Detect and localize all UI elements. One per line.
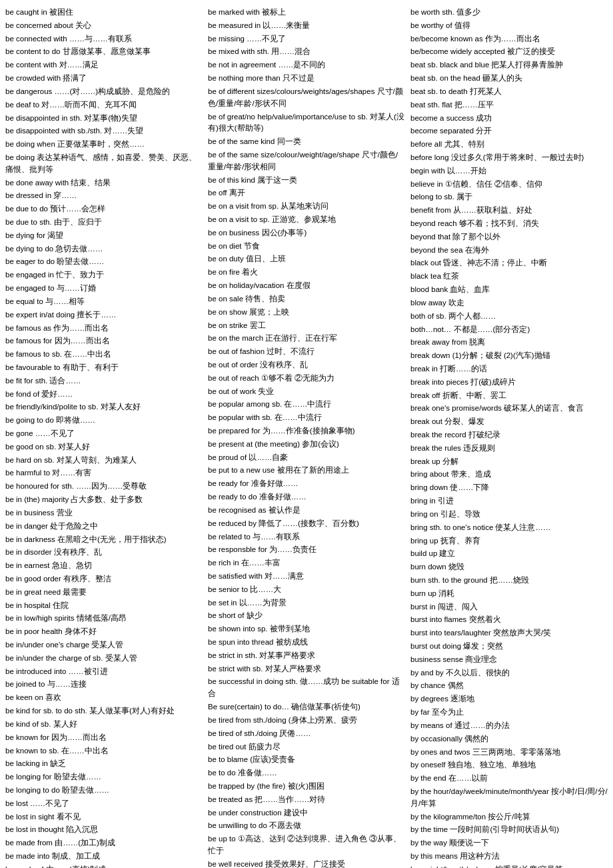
list-item: business sense 商业理念: [410, 654, 608, 666]
list-item: be favourable to 有助于、有利于: [5, 362, 203, 374]
list-item: be in great need 最需要: [5, 587, 203, 599]
list-item: be out of fashion 过时、不流行: [208, 346, 405, 358]
list-item: bring sth. to one's notice 使某人注意……: [410, 522, 608, 534]
list-item: by chance 偶然: [410, 680, 608, 692]
list-item: be prepared for 为……作准备(接抽象事物): [208, 425, 405, 437]
list-item: bring on 引起、导致: [410, 509, 608, 521]
list-item: be good on sb. 对某人好: [5, 441, 203, 453]
list-item: break away from 脱离: [410, 337, 608, 349]
list-item: be dying to do 急切去做……: [5, 243, 203, 255]
list-item: be on the march 正在游行、正在行军: [208, 333, 405, 345]
list-item: be due to sth. 由于、应归于: [5, 217, 203, 229]
list-item: be marked with 被标上: [208, 7, 405, 19]
list-item: break into pieces 打(破)成碎片: [410, 377, 608, 389]
list-item: by the hour/day/week/minute/month/year 按…: [410, 786, 608, 810]
list-item: break out 分裂、爆发: [410, 416, 608, 428]
list-item: be off 离开: [208, 187, 405, 199]
list-item: by occasionally 偶然的: [410, 733, 608, 745]
list-item: be lost in sight 看不见: [5, 811, 203, 823]
list-item: beyond the sea 在海外: [410, 245, 608, 257]
list-item: be put to a new use 被用在了新的用途上: [208, 465, 405, 477]
list-item: be in (the) majority 占大多数、处于多数: [5, 494, 203, 506]
list-item: be ready for 准备好做……: [208, 478, 405, 490]
list-item: by the way 顺便说一下: [410, 837, 608, 849]
list-item: begin with 以……开始: [410, 165, 608, 177]
list-item: be going to do 即将做……: [5, 415, 203, 427]
list-item: be of the same kind 同一类: [208, 136, 405, 148]
list-item: be/become known as 作为……而出名: [410, 33, 608, 45]
list-item: black tea 红茶: [410, 271, 608, 283]
list-item: be popular with sb. 在……中流行: [208, 412, 405, 424]
list-item: be in low/high spirits 情绪低落/高昂: [5, 613, 203, 625]
list-item: blow away 吹走: [410, 297, 608, 309]
list-item: be on business 因公(办事等): [208, 227, 405, 239]
list-item: be made from 由……(加工)制成: [5, 837, 203, 849]
list-item: by means of 通过……的办法: [410, 720, 608, 732]
list-item: be out of work 失业: [208, 386, 405, 398]
list-item: be senior to 比……大: [208, 584, 405, 596]
list-item: beat sth. flat 把……压平: [410, 99, 608, 111]
list-item: be famous as 作为……而出名: [5, 323, 203, 335]
list-item: by the kilogramme/ton 按公斤/吨算: [410, 811, 608, 823]
list-item: be recognised as 被认作是: [208, 505, 405, 517]
list-item: be on strike 罢工: [208, 320, 405, 332]
list-item: be in danger 处于危险之中: [5, 521, 203, 533]
list-item: be on fire 着火: [208, 267, 405, 279]
list-item: be in earnest 急迫、急切: [5, 560, 203, 572]
list-item: be equal to 与……相等: [5, 296, 203, 308]
list-item: be fit for sth. 适合……: [5, 375, 203, 387]
list-item: by weight/length/volume 按重量/长度/容量算: [410, 864, 608, 868]
list-item: burn sth. to the ground 把……烧毁: [410, 575, 608, 587]
list-item: be fond of 爱好……: [5, 389, 203, 401]
list-item: break the rules 违反规则: [410, 443, 608, 455]
list-item: be of the same size/colour/weight/age/sh…: [208, 149, 405, 173]
list-item: be on diet 节食: [208, 241, 405, 253]
list-item: beat sb. to death 打死某人: [410, 86, 608, 98]
list-item: be successful in doing sth. 做……成功 be sui…: [208, 676, 405, 700]
list-item: be to blame (应该)受责备: [208, 754, 405, 766]
list-item: be connected with ……与……有联系: [5, 33, 203, 45]
list-item: be rich in 在……丰富: [208, 557, 405, 569]
list-item: be dying for 渴望: [5, 230, 203, 242]
list-item: be to do 准备做……: [208, 767, 405, 779]
list-item: be satisfied with 对……满意: [208, 571, 405, 583]
list-item: be ready to do 准备好做……: [208, 491, 405, 503]
list-item: burst out doing 爆发；突然: [410, 641, 608, 653]
list-item: by the end 在……以前: [410, 773, 608, 785]
list-item: be expert in/at doing 擅长于……: [5, 309, 203, 321]
list-item: be mixed with sth. 用……混合: [208, 46, 405, 58]
list-item: beyond that 除了那个以外: [410, 231, 608, 243]
list-item: be longing to do 盼望去做……: [5, 785, 203, 797]
list-item: before all 尤其、特别: [410, 139, 608, 151]
list-item: black out 昏迷、神志不清；停止、中断: [410, 257, 608, 269]
list-item: be lost in thought 陷入沉思: [5, 824, 203, 836]
list-item: beyond reach 够不着；找不到、消失: [410, 218, 608, 230]
list-item: before long 没过多久(常用于将来时、一般过去时): [410, 152, 608, 164]
list-item: be eager to do 盼望去做……: [5, 256, 203, 268]
list-item: be short of 缺少: [208, 610, 405, 622]
list-item: be tired out 筋疲力尽: [208, 741, 405, 753]
list-item: be in poor health 身体不好: [5, 626, 203, 638]
list-item: both…not… 不都是……(部分否定): [410, 324, 608, 336]
list-item: be in darkness 在黑暗之中(无光，用于指状态): [5, 534, 203, 546]
column-2: be marked with 被标上be measured in 以……来衡量b…: [208, 7, 405, 868]
list-item: be lacking in 缺乏: [5, 758, 203, 770]
list-item: be crowded with 搭满了: [5, 73, 203, 85]
list-item: be dressed in 穿……: [5, 190, 203, 202]
list-item: be well received 接受效果好、广泛接受: [208, 859, 405, 868]
list-item: be disappointed with sb./sth. 对……失望: [5, 125, 203, 137]
list-item: be harmful to 对……有害: [5, 467, 203, 479]
list-item: be trapped by (the fire) 被(火)围困: [208, 781, 405, 793]
list-item: be in/under the charge of sb. 受某人管: [5, 653, 203, 665]
list-item: by and by 不久以后、很快的: [410, 667, 608, 679]
list-item: be responsble for 为……负责任: [208, 544, 405, 556]
list-item: be of different sizes/colours/weights/ag…: [208, 86, 405, 110]
list-item: be on show 展览；上映: [208, 307, 405, 319]
list-item: both of sb. 两个人都……: [410, 311, 608, 323]
list-item: by ones and twos 三三两两地、零零落落地: [410, 747, 608, 759]
list-item: be gone ……不见了: [5, 428, 203, 440]
list-item: burst into tears/laughter 突然放声大哭/笑: [410, 627, 608, 639]
list-item: be present at (the meeting) 参加(会议): [208, 439, 405, 451]
list-item: be hard on sb. 对某人苛刻、为难某人: [5, 455, 203, 467]
list-item: be kind of sb. 某人好: [5, 719, 203, 731]
